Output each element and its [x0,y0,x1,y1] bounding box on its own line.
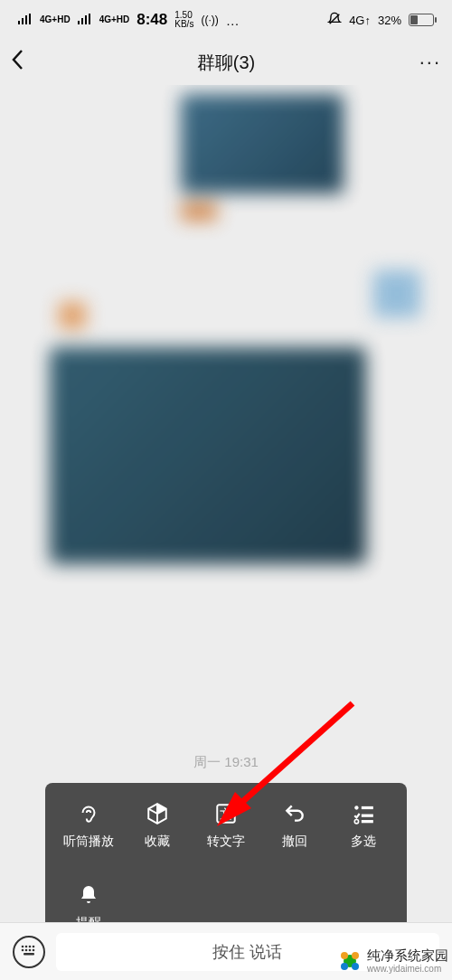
arrow-pointer-icon [217,700,362,826]
blurred-sender [181,203,217,221]
svg-point-19 [22,945,24,947]
svg-rect-1 [22,18,24,24]
svg-point-23 [22,948,24,951]
svg-point-20 [25,945,28,947]
svg-point-30 [352,952,359,959]
svg-point-26 [33,948,35,951]
chat-body[interactable]: 周一 19:31 听筒播放 收藏 文 转文字 撤回 [0,85,452,922]
svg-point-32 [352,963,359,970]
svg-line-9 [233,703,353,810]
cube-icon [145,801,170,826]
svg-rect-2 [25,15,27,24]
signal-bars-2-icon [78,13,92,27]
menu-item-earpiece-play[interactable]: 听筒播放 [54,797,123,853]
svg-rect-5 [81,18,83,24]
battery-percent: 32% [378,14,401,27]
status-left: 4G+HD 4G+HD 8:48 1.50 KB/s ((·)) … [18,11,240,29]
net-mode-1: 4G+HD [40,15,71,24]
menu-label: 收藏 [145,834,170,850]
svg-rect-17 [362,820,373,823]
blurred-avatar [373,270,420,317]
status-clock: 8:48 [137,11,167,29]
svg-point-21 [29,945,32,947]
svg-point-31 [341,963,348,970]
blurred-sender-2 [59,302,86,329]
battery-icon [409,14,434,26]
hotspot-icon: ((·)) [201,14,218,26]
watermark-logo-icon [336,947,363,975]
svg-rect-15 [362,815,373,817]
svg-point-29 [341,952,348,959]
more-button[interactable]: ··· [419,51,441,74]
menu-label: 提醒 [76,915,101,922]
watermark-text: 纯净系统家园 [367,948,448,964]
signal-bars-1-icon [18,13,33,27]
net-mode-2: 4G+HD [99,15,130,24]
bell-icon [76,882,101,908]
back-button[interactable] [11,49,24,77]
blurred-messages [0,85,452,673]
menu-label: 听筒播放 [63,834,114,850]
menu-label: 转文字 [207,834,245,850]
menu-item-remind[interactable]: 提醒 [54,879,123,922]
chat-title: 群聊(3) [0,51,452,75]
svg-rect-0 [18,21,20,24]
watermark-url: www.yidaimei.com [367,964,448,974]
status-right: 4G↑ 32% [327,12,434,29]
svg-rect-3 [29,14,31,24]
keyboard-toggle-button[interactable] [13,936,45,968]
voice-input-label: 按住 说话 [212,941,282,963]
menu-label: 多选 [351,834,376,850]
status-more-icon: … [226,13,240,28]
ear-icon [76,801,101,826]
svg-point-25 [29,948,32,951]
watermark: 纯净系统家园 www.yidaimei.com [336,947,448,975]
nav-bar: 群聊(3) ··· [0,40,452,85]
message-video-thumb [181,94,344,193]
svg-point-22 [33,945,35,947]
svg-rect-4 [78,21,80,24]
status-bar: 4G+HD 4G+HD 8:48 1.50 KB/s ((·)) … 4G↑ 3… [0,0,452,40]
svg-rect-14 [362,806,373,809]
svg-point-24 [25,948,28,951]
net-mode-right: 4G↑ [349,14,371,27]
mute-icon [327,12,342,29]
menu-item-favorite[interactable]: 收藏 [123,797,192,853]
net-speed: 1.50 KB/s [174,11,193,29]
svg-rect-7 [89,14,90,24]
menu-label: 撤回 [282,834,307,850]
svg-rect-27 [24,953,34,956]
message-video-thumb-2 [50,347,366,564]
keyboard-icon [20,944,38,960]
svg-rect-6 [85,15,87,24]
